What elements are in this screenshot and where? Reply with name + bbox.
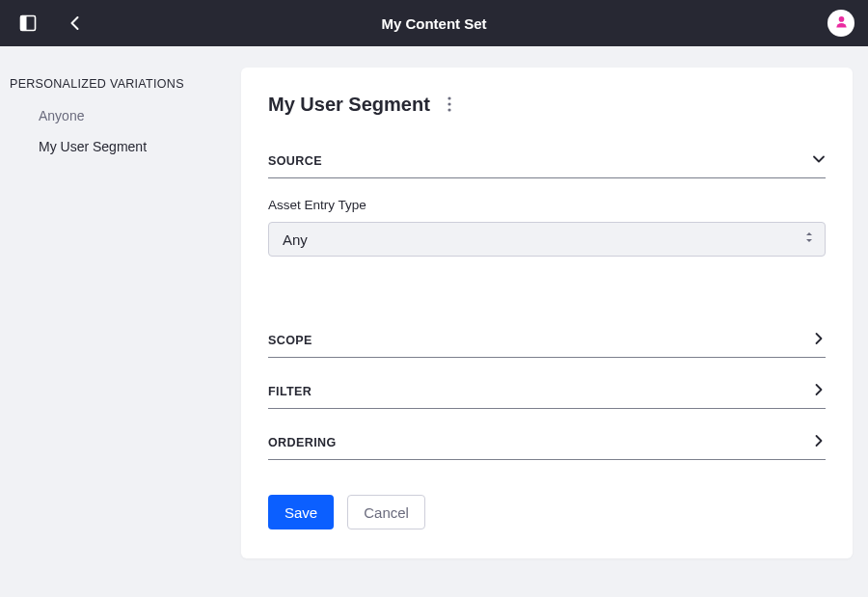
more-actions-button[interactable] — [444, 93, 455, 116]
svg-point-4 — [448, 102, 450, 105]
main-card: My User Segment SOURCE As — [241, 68, 853, 558]
chevron-left-icon — [68, 15, 83, 31]
section-label: FILTER — [268, 385, 312, 398]
panel-toggle-button[interactable] — [15, 11, 41, 36]
section-source-body: Asset Entry Type Any — [268, 178, 826, 295]
section-filter-header[interactable]: FILTER — [268, 375, 826, 409]
sidebar-item-label: Anyone — [39, 108, 84, 123]
asset-entry-type-value: Any — [283, 231, 308, 248]
sidebar-item-my-user-segment[interactable]: My User Segment — [10, 131, 241, 162]
cancel-button[interactable]: Cancel — [347, 495, 425, 529]
topbar-left — [15, 11, 87, 36]
chevron-down-icon — [812, 152, 826, 170]
section-label: ORDERING — [268, 436, 337, 449]
svg-point-2 — [838, 16, 844, 22]
asset-entry-type-label: Asset Entry Type — [268, 198, 826, 212]
section-source-header[interactable]: SOURCE — [268, 145, 826, 178]
section-label: SCOPE — [268, 334, 312, 347]
card-title: My User Segment — [268, 94, 430, 116]
form-actions: Save Cancel — [268, 495, 826, 529]
user-icon — [834, 14, 849, 33]
sidebar-item-anyone[interactable]: Anyone — [10, 100, 241, 131]
workspace: PERSONALIZED VARIATIONS Anyone My User S… — [0, 46, 868, 597]
back-button[interactable] — [64, 12, 87, 35]
page-title: My Content Set — [0, 15, 868, 32]
svg-rect-1 — [21, 16, 27, 31]
card-header: My User Segment — [268, 93, 826, 116]
kebab-icon — [448, 96, 451, 112]
svg-point-5 — [448, 108, 450, 111]
section-ordering-header[interactable]: ORDERING — [268, 426, 826, 460]
section-scope-header[interactable]: SCOPE — [268, 324, 826, 358]
svg-point-3 — [448, 96, 450, 99]
sidebar: PERSONALIZED VARIATIONS Anyone My User S… — [0, 46, 241, 597]
asset-entry-type-select-wrap: Any — [268, 222, 826, 257]
sidebar-heading: PERSONALIZED VARIATIONS — [10, 69, 241, 100]
chevron-right-icon — [812, 434, 826, 451]
asset-entry-type-select[interactable]: Any — [268, 222, 826, 257]
save-button[interactable]: Save — [268, 495, 334, 529]
chevron-right-icon — [812, 383, 826, 400]
topbar: My Content Set — [0, 0, 868, 46]
avatar[interactable] — [827, 10, 854, 37]
chevron-right-icon — [812, 332, 826, 349]
section-label: SOURCE — [268, 154, 322, 168]
sidebar-item-label: My User Segment — [39, 139, 147, 154]
panel-icon — [19, 14, 37, 32]
